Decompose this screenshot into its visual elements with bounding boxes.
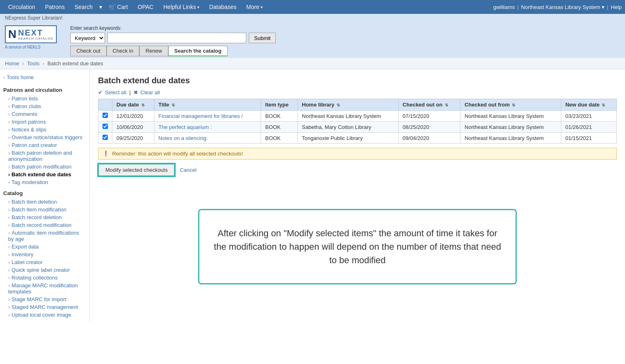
row-checkbox[interactable] [103,135,108,140]
col-home-library[interactable]: Home library ⇅ [298,99,399,111]
select-all-link[interactable]: Select all [105,89,127,95]
sidebar-manage-marc-templates[interactable]: Manage MARC modification templates [3,282,86,295]
row-item-type: BOOK [261,122,298,133]
search-tabs: Check out Check in Renew Search the cata… [70,46,620,56]
sidebar-label-creator[interactable]: Label creator [3,258,86,266]
row-due-date: 12/01/2020 [112,111,154,122]
col-checkbox [98,99,112,111]
tab-renew[interactable]: Renew [139,46,168,56]
row-checkbox[interactable] [103,124,108,129]
row-checkbox[interactable] [103,113,108,118]
sidebar-batch-patron-deletion[interactable]: Batch patron deletion and anonymization [3,149,86,163]
sidebar-notices-slips[interactable]: Notices & slips [3,126,86,133]
sidebar-patron-card-creator[interactable]: Patron card creator [3,141,86,149]
search-input[interactable] [107,33,246,43]
sidebar-rotating-collections[interactable]: Rotating collections [3,274,86,282]
sidebar-section-catalog-title: Catalog [3,190,86,196]
modify-selected-button[interactable]: Modify selected checkouts [98,164,175,176]
row-new-due-date: 01/15/2021 [561,133,616,144]
table-row: 10/06/2020 The perfect aquarium : BOOK S… [98,122,617,133]
sidebar-export-data[interactable]: Export data [3,243,86,251]
col-due-date[interactable]: Due date ⇅ [112,99,154,111]
tab-check-out[interactable]: Check out [70,46,107,56]
content-area: Batch extend due dates ✔ Select all | ✖ … [90,69,625,323]
sidebar-auto-item-modifications[interactable]: Automatic item modifications by age [3,229,86,243]
breadcrumb: Home › Tools › Batch extend due dates [0,58,625,69]
col-checked-out-on[interactable]: Checked out on ⇅ [398,99,460,111]
nav-helpful-links[interactable]: Helpful Links ▾ [158,1,204,13]
row-title-link[interactable]: Notes on a silencing: [158,135,208,141]
tab-search-catalog[interactable]: Search the catalog [168,46,228,56]
search-form: Enter search keywords: Keyword Title Aut… [70,25,620,56]
tab-check-in[interactable]: Check in [107,46,140,56]
table-body: 12/01/2020 Financial management for libr… [98,111,617,144]
search-type-select[interactable]: Keyword Title Author Subject ISBN [70,33,105,43]
sidebar-upload-local-cover[interactable]: Upload local cover image [3,311,86,319]
col-new-due-date[interactable]: New due date ⇅ [561,99,616,111]
sidebar-quick-spine-label[interactable]: Quick spine label creator [3,266,86,274]
nav-patrons[interactable]: Patrons [40,1,69,13]
sidebar-tag-moderation[interactable]: Tag moderation [3,178,86,186]
sidebar-batch-item-modification[interactable]: Batch item modification [3,206,86,213]
clear-all-link[interactable]: Clear all [141,89,160,95]
row-checkbox-cell[interactable] [98,111,112,122]
page-title: Batch extend due dates [98,76,617,85]
sidebar-import-patrons[interactable]: Import patrons [3,118,86,126]
row-due-date: 09/25/2020 [112,133,154,144]
row-checked-out-from: Northeast Kansas Library System [460,122,561,133]
sidebar: Tools home Patrons and circulation Patro… [0,69,90,323]
reminder-icon: ❗ [103,151,109,157]
row-checked-out-on: 09/04/2020 [398,133,460,144]
sidebar-staged-marc-management[interactable]: Staged MARC management [3,303,86,311]
logo-box: N NEXT SEARCH CATALOG [5,25,57,43]
breadcrumb-current: Batch extend due dates [47,60,103,67]
reminder-text: Reminder: this action will modify all se… [112,151,243,157]
nav-cart[interactable]: 🛒 Cart [104,1,133,13]
cancel-link[interactable]: Cancel [180,167,196,173]
breadcrumb-home[interactable]: Home [5,60,19,67]
sidebar-batch-record-modification[interactable]: Batch record modification [3,221,86,229]
row-checked-out-from: Northeast Kansas Library System [460,111,561,122]
search-submit-button[interactable]: Submit [249,33,276,43]
nav-databases[interactable]: Databases [204,1,241,13]
sidebar-inventory[interactable]: Inventory [3,251,86,258]
row-checkbox-cell[interactable] [98,133,112,144]
logo-next: NEXT [18,28,54,37]
row-new-due-date: 03/23/2021 [561,111,616,122]
nav-more[interactable]: More ▾ [241,1,268,13]
check-icon: ✔ [98,89,103,95]
nav-opac[interactable]: OPAC [133,1,158,13]
row-checkbox-cell[interactable] [98,122,112,133]
x-icon: ✖ [134,89,138,95]
sidebar-stage-marc[interactable]: Stage MARC for import [3,295,86,303]
row-title-link[interactable]: The perfect aquarium : [158,124,212,130]
row-home-library: Sabetha, Mary Cotton Library [298,122,399,133]
row-checked-out-on: 07/15/2020 [398,111,460,122]
sidebar-batch-extend-due-dates[interactable]: Batch extend due dates [3,171,86,178]
nav-search[interactable]: Search [69,1,97,13]
sidebar-patron-lists[interactable]: Patron lists [3,95,86,102]
row-title: Notes on a silencing: [154,133,261,144]
col-item-type: Item type [261,99,298,111]
nav-user[interactable]: gwilliams [493,4,515,10]
row-item-type: BOOK [261,133,298,144]
logo-n-letter: N [8,28,16,41]
col-title[interactable]: Title ⇅ [154,99,261,111]
nav-circulation[interactable]: Circulation [3,1,40,13]
sidebar-batch-patron-modification[interactable]: Batch patron modification [3,163,86,171]
nav-system[interactable]: Northeast Kansas Library System ▾ [521,4,605,10]
nav-help[interactable]: Help [611,4,622,10]
sidebar-batch-item-deletion[interactable]: Batch item deletion [3,198,86,206]
logo-service: A service of NEKLS [5,45,62,49]
sidebar-tools-home[interactable]: Tools home [3,73,86,83]
sidebar-batch-record-deletion[interactable]: Batch record deletion [3,213,86,221]
info-box: After clicking on "Modify selected items… [198,209,517,284]
nav-dropdown-arrow[interactable]: ▾ [98,1,104,13]
sidebar-patron-clubs[interactable]: Patron clubs [3,102,86,110]
action-row: Modify selected checkouts Cancel [98,164,617,176]
sidebar-overdue-notice[interactable]: Overdue notice/status triggers [3,133,86,141]
breadcrumb-tools[interactable]: Tools [27,60,39,67]
row-title-link[interactable]: Financial management for libraries / [158,113,243,119]
col-checked-out-from[interactable]: Checked out from ⇅ [460,99,561,111]
sidebar-comments[interactable]: Comments [3,110,86,118]
